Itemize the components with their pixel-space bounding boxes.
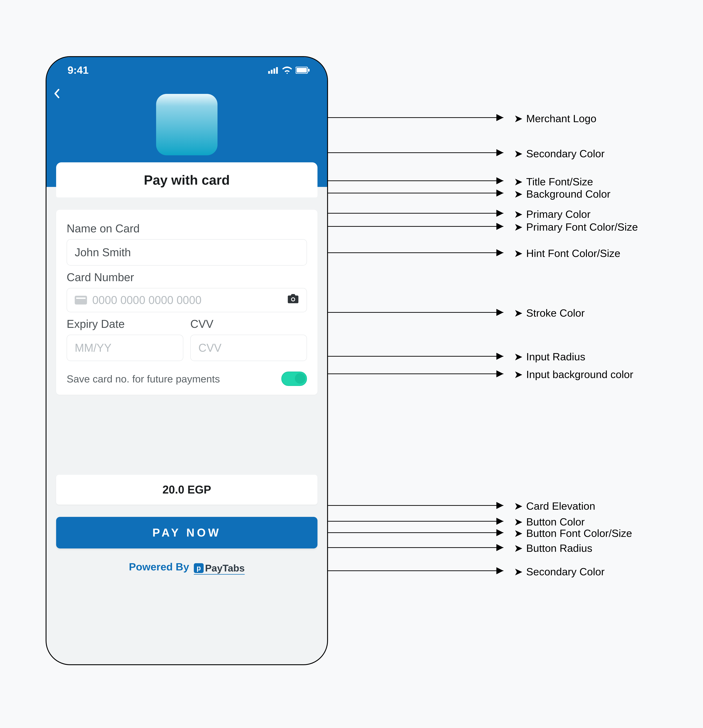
svg-rect-15 bbox=[268, 71, 270, 74]
svg-rect-21 bbox=[308, 69, 310, 72]
battery-icon bbox=[295, 67, 310, 74]
save-card-label: Save card no. for future payments bbox=[67, 373, 220, 385]
powered-by: Powered By p PayTabs bbox=[46, 561, 327, 575]
merchant-logo bbox=[156, 94, 218, 155]
amount-value: 20.0 EGP bbox=[163, 483, 211, 496]
annotation-merchant-logo: ➤Merchant Logo bbox=[514, 112, 596, 124]
annotation-secondary-color-2: ➤Secondary Color bbox=[514, 565, 605, 578]
annotation-input-radius: ➤Input Radius bbox=[514, 351, 585, 363]
expiry-label: Expiry Date bbox=[67, 318, 183, 331]
status-time: 9:41 bbox=[68, 64, 89, 76]
annotation-button-color: ➤Button Color bbox=[514, 516, 585, 528]
card-number-label: Card Number bbox=[67, 271, 307, 284]
annotation-primary-color: ➤Primary Color bbox=[514, 208, 591, 220]
save-card-toggle[interactable] bbox=[281, 371, 307, 386]
svg-rect-18 bbox=[276, 67, 278, 74]
amount-card: 20.0 EGP bbox=[56, 475, 317, 504]
chevron-left-icon bbox=[53, 89, 60, 98]
payment-form-card: Name on Card John Smith Card Number 0000… bbox=[56, 210, 317, 395]
annotation-card-elevation: ➤Card Elevation bbox=[514, 500, 595, 512]
annotation-stroke-color: ➤Stroke Color bbox=[514, 307, 585, 319]
signal-icon bbox=[268, 67, 279, 74]
annotation-secondary-color-1: ➤Secondary Color bbox=[514, 147, 605, 160]
pay-now-button[interactable]: PAY NOW bbox=[56, 517, 317, 549]
svg-rect-16 bbox=[271, 70, 272, 74]
scan-card-button[interactable] bbox=[287, 294, 299, 306]
name-label: Name on Card bbox=[67, 222, 307, 235]
svg-point-23 bbox=[292, 298, 294, 300]
title-card: Pay with card bbox=[56, 162, 317, 198]
name-input[interactable]: John Smith bbox=[67, 239, 307, 266]
camera-icon bbox=[287, 294, 299, 304]
pay-button-label: PAY NOW bbox=[153, 526, 221, 539]
expiry-input[interactable]: MM/YY bbox=[67, 335, 183, 361]
paytabs-logo: p PayTabs bbox=[194, 562, 245, 575]
annotation-title-font: ➤Title Font/Size bbox=[514, 176, 593, 188]
card-number-input[interactable]: 0000 0000 0000 0000 bbox=[67, 288, 307, 312]
annotation-primary-font: ➤Primary Font Color/Size bbox=[514, 221, 638, 233]
status-icons bbox=[268, 66, 310, 74]
annotation-input-bg: ➤Input background color bbox=[514, 368, 633, 380]
back-button[interactable] bbox=[53, 89, 60, 101]
svg-rect-17 bbox=[274, 68, 275, 74]
page-title: Pay with card bbox=[144, 172, 230, 188]
cvv-input[interactable]: CVV bbox=[190, 335, 307, 361]
annotation-button-font: ➤Button Font Color/Size bbox=[514, 527, 632, 539]
wifi-icon bbox=[282, 66, 292, 74]
cvv-label: CVV bbox=[190, 318, 307, 331]
annotation-background-color: ➤Background Color bbox=[514, 188, 610, 200]
paytabs-p-icon: p bbox=[194, 563, 204, 573]
card-number-placeholder: 0000 0000 0000 0000 bbox=[92, 294, 202, 306]
card-icon bbox=[75, 296, 87, 305]
annotation-hint-font: ➤Hint Font Color/Size bbox=[514, 247, 620, 259]
annotation-button-radius: ➤Button Radius bbox=[514, 542, 592, 554]
svg-rect-20 bbox=[297, 68, 307, 72]
phone-frame: 9:41 Pay with card Name on Card John Smi… bbox=[46, 56, 328, 665]
